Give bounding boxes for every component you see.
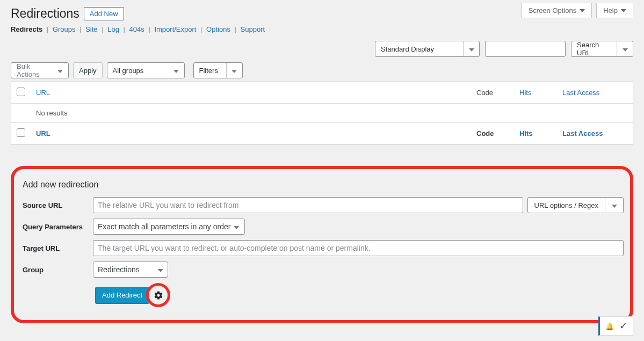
chevron-down-icon [226, 63, 242, 78]
col-code-header: Code [471, 82, 514, 104]
add-redirection-form: Add new redirection Source URL URL optio… [11, 166, 633, 323]
add-redirect-button[interactable]: Add Redirect [95, 287, 149, 304]
screen-options-label: Screen Options [529, 6, 577, 14]
col-url-footer[interactable]: URL [36, 129, 50, 137]
advanced-settings-button[interactable] [146, 283, 170, 307]
no-results-text: No results [11, 104, 633, 123]
add-new-button[interactable]: Add New [84, 7, 124, 20]
filters-button[interactable]: Filters [193, 62, 243, 78]
group-filter-select[interactable]: All groups [107, 62, 185, 78]
subnav: Redirects | Groups | Site | Log | 404s |… [11, 25, 633, 33]
display-mode-select[interactable]: Standard Display [375, 41, 480, 57]
table-row-empty: No results [11, 104, 633, 123]
chevron-down-icon [158, 265, 163, 274]
status-tray: 🔔 ✓ [598, 316, 633, 334]
subnav-site[interactable]: Site [85, 25, 97, 33]
page-title: Redirections [11, 6, 79, 21]
select-all-checkbox[interactable] [17, 88, 25, 96]
chevron-down-icon [52, 63, 68, 78]
search-type-input[interactable] [485, 41, 566, 57]
col-code-footer: Code [471, 123, 514, 144]
redirects-table: URL Code Hits Last Access No results URL… [11, 82, 633, 144]
col-last-access-footer[interactable]: Last Access [562, 129, 603, 137]
apply-button[interactable]: Apply [73, 62, 103, 78]
subnav-redirects[interactable]: Redirects [11, 25, 42, 33]
subnav-404s[interactable]: 404s [129, 25, 144, 33]
bulk-actions-select[interactable]: Bulk Actions [11, 62, 69, 78]
subnav-groups[interactable]: Groups [53, 25, 76, 33]
chevron-down-icon [580, 9, 585, 12]
chevron-down-icon [234, 222, 239, 231]
select-all-checkbox-footer[interactable] [17, 128, 25, 137]
source-url-label: Source URL [20, 201, 93, 209]
gear-icon [154, 291, 163, 300]
url-options-select[interactable]: URL options / Regex [527, 197, 624, 213]
target-url-input[interactable] [93, 240, 624, 256]
col-hits-footer[interactable]: Hits [519, 129, 533, 137]
target-url-label: Target URL [20, 244, 93, 252]
form-heading: Add new redirection [23, 180, 624, 190]
chevron-down-icon [617, 41, 633, 56]
group-select[interactable]: Redirections [93, 262, 168, 278]
subnav-log[interactable]: Log [107, 25, 119, 33]
subnav-options[interactable]: Options [206, 25, 230, 33]
col-last-access-header[interactable]: Last Access [562, 89, 599, 97]
bulk-actions-value: Bulk Actions [11, 62, 52, 78]
subnav-import-export[interactable]: Import/Export [154, 25, 196, 33]
group-label: Group [20, 266, 93, 274]
search-url-label: Search URL [571, 41, 617, 57]
screen-options-button[interactable]: Screen Options [522, 3, 592, 18]
chevron-down-icon [463, 41, 479, 56]
query-params-value: Exact match all parameters in any order [98, 222, 230, 231]
col-hits-header[interactable]: Hits [519, 89, 531, 97]
chevron-down-icon [621, 9, 626, 12]
group-select-value: Redirections [98, 265, 155, 274]
url-options-label: URL options / Regex [528, 201, 605, 209]
display-mode-value: Standard Display [375, 45, 463, 53]
chevron-down-icon [605, 198, 623, 213]
search-url-button[interactable]: Search URL [571, 41, 633, 57]
col-url-header[interactable]: URL [36, 89, 50, 97]
subnav-support[interactable]: Support [241, 25, 265, 33]
filters-label: Filters [194, 67, 226, 75]
query-params-select[interactable]: Exact match all parameters in any order [93, 219, 245, 235]
group-filter-value: All groups [107, 67, 168, 75]
help-label: Help [603, 6, 618, 14]
check-icon: ✓ [619, 320, 627, 332]
help-button[interactable]: Help [596, 3, 633, 18]
query-params-label: Query Parameters [20, 223, 93, 231]
chevron-down-icon [168, 63, 184, 78]
source-url-input[interactable] [93, 197, 523, 213]
bell-icon[interactable]: 🔔 [605, 322, 614, 330]
